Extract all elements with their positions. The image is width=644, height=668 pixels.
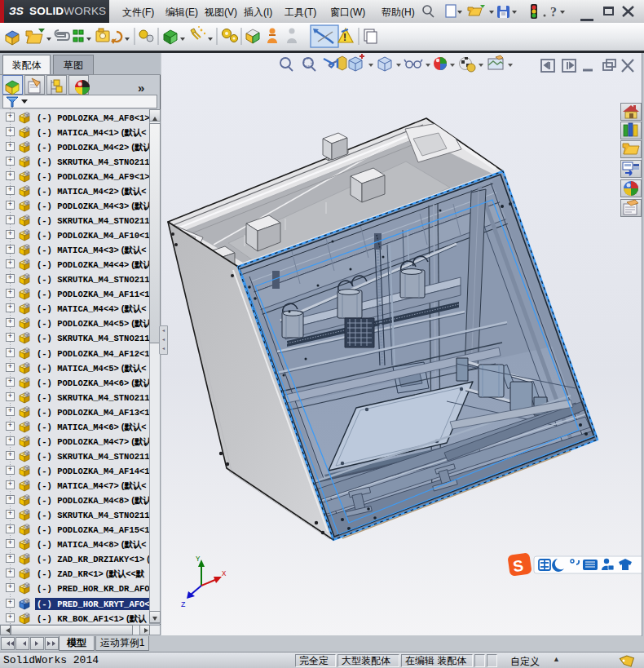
svg-text:»: » — [138, 81, 144, 95]
svg-text:!: ! — [343, 32, 346, 43]
svg-text:Y: Y — [196, 555, 201, 564]
svg-text:?: ? — [550, 5, 557, 19]
svg-text:Z: Z — [181, 601, 186, 608]
svg-text:X: X — [222, 570, 227, 578]
